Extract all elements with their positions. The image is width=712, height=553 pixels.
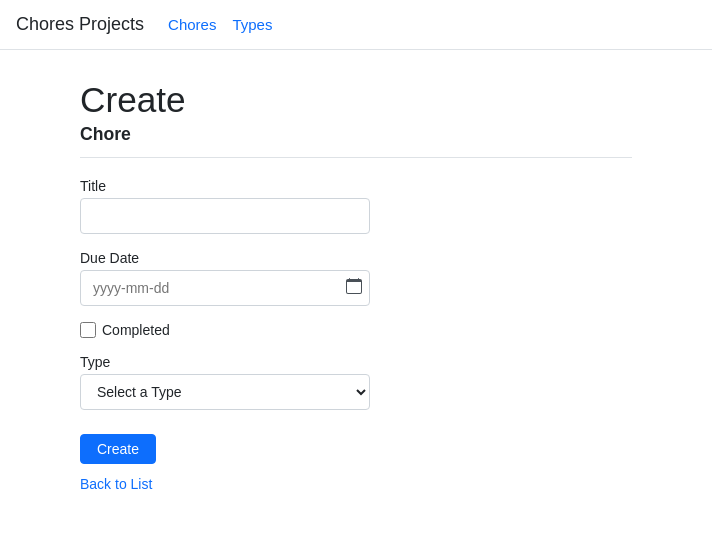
navbar-brand[interactable]: Chores Projects (16, 14, 144, 35)
page-subheading: Chore (80, 124, 632, 145)
navbar: Chores Projects Chores Types (0, 0, 712, 50)
type-group: Type Select a Type (80, 354, 632, 410)
main-content: Create Chore Title Due Date Co (0, 50, 712, 522)
divider (80, 157, 632, 158)
completed-group: Completed (80, 322, 632, 338)
due-date-label: Due Date (80, 250, 632, 266)
completed-label[interactable]: Completed (102, 322, 170, 338)
page-heading: Create (80, 80, 632, 120)
title-label: Title (80, 178, 632, 194)
due-date-group: Due Date (80, 250, 632, 306)
title-input[interactable] (80, 198, 370, 234)
calendar-icon[interactable] (346, 278, 362, 298)
create-button[interactable]: Create (80, 434, 156, 464)
title-group: Title (80, 178, 632, 234)
due-date-input[interactable] (80, 270, 370, 306)
date-input-wrapper (80, 270, 370, 306)
type-label: Type (80, 354, 632, 370)
nav-link-chores[interactable]: Chores (160, 12, 224, 37)
completed-checkbox[interactable] (80, 322, 96, 338)
back-to-list-link[interactable]: Back to List (80, 476, 632, 492)
create-chore-form: Title Due Date Completed Type (80, 178, 632, 492)
nav-link-types[interactable]: Types (224, 12, 280, 37)
type-select[interactable]: Select a Type (80, 374, 370, 410)
